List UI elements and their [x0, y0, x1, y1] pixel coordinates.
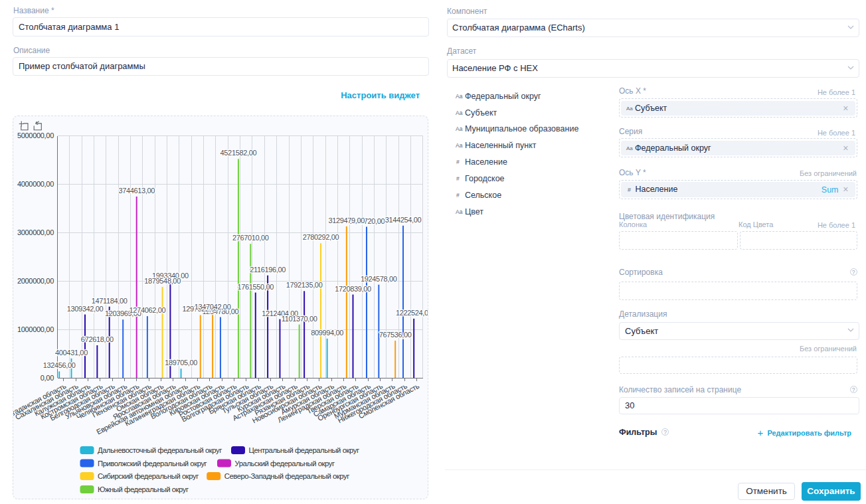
svg-text:400431,00: 400431,00 — [55, 349, 88, 357]
svg-text:5000000,00: 5000000,00 — [17, 131, 54, 139]
svg-text:1101370,00: 1101370,00 — [282, 315, 317, 323]
svg-text:2000000,00: 2000000,00 — [17, 277, 54, 285]
svg-text:809994,00: 809994,00 — [311, 329, 343, 337]
svg-text:2767010,00: 2767010,00 — [232, 234, 269, 242]
svg-text:1347042,00: 1347042,00 — [195, 303, 231, 311]
svg-text:Сибирский федеральный округ: Сибирский федеральный округ — [98, 472, 199, 480]
svg-text:1761550,00: 1761550,00 — [237, 283, 274, 291]
svg-text:3744613,00: 3744613,00 — [118, 187, 155, 195]
svg-text:Центральный федеральный округ: Центральный федеральный округ — [249, 446, 359, 454]
svg-text:2780292,00: 2780292,00 — [303, 233, 339, 241]
svg-text:189705,00: 189705,00 — [165, 359, 197, 367]
svg-text:1309342,00: 1309342,00 — [67, 305, 104, 313]
svg-text:4000000,00: 4000000,00 — [17, 180, 54, 188]
svg-text:132456,00: 132456,00 — [43, 361, 76, 369]
svg-text:Приволжский федеральный округ: Приволжский федеральный округ — [98, 460, 207, 467]
svg-text:1471184,00: 1471184,00 — [92, 297, 128, 305]
svg-text:1924578,00: 1924578,00 — [361, 275, 397, 283]
svg-text:Северо-Западный федеральный ок: Северо-Западный федеральный округ — [224, 472, 350, 480]
svg-text:2116196,00: 2116196,00 — [250, 266, 286, 274]
svg-text:1792135,00: 1792135,00 — [286, 281, 323, 289]
svg-text:672618,00: 672618,00 — [81, 335, 114, 343]
svg-text:1274062,00: 1274062,00 — [130, 306, 166, 314]
svg-text:0,00: 0,00 — [41, 374, 54, 382]
svg-text:1000000,00: 1000000,00 — [17, 325, 54, 333]
svg-text:3144254,00: 3144254,00 — [385, 216, 422, 224]
svg-text:Южный федеральный округ: Южный федеральный округ — [98, 485, 189, 493]
svg-text:3000000,00: 3000000,00 — [17, 228, 54, 236]
svg-text:Уральский федеральный округ: Уральский федеральный округ — [235, 460, 335, 467]
svg-text:1879548,00: 1879548,00 — [144, 277, 181, 285]
svg-text:1720839,00: 1720839,00 — [335, 285, 371, 293]
svg-text:1222524,00: 1222524,00 — [396, 309, 428, 317]
svg-text:4521582,00: 4521582,00 — [220, 149, 257, 157]
svg-text:767536,00: 767536,00 — [379, 331, 412, 339]
svg-text:3129479,00: 3129479,00 — [328, 216, 365, 224]
svg-text:Дальневосточный федеральный ок: Дальневосточный федеральный округ — [98, 446, 222, 454]
